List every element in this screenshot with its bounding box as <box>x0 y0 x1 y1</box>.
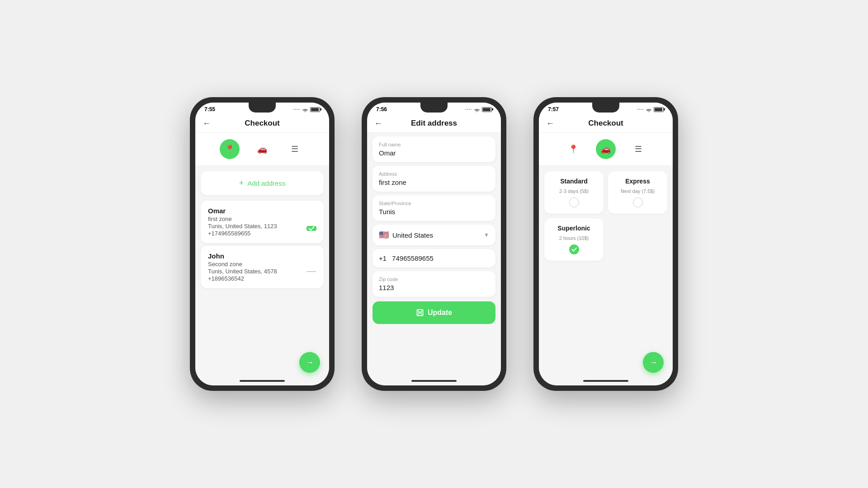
tab-menu-1[interactable]: ☰ <box>285 139 305 159</box>
update-button[interactable]: Update <box>373 301 495 324</box>
time-3: 7:57 <box>548 106 559 113</box>
checkbox-1[interactable] <box>307 226 316 236</box>
add-address-label: Add address <box>247 179 285 187</box>
address-card-1[interactable]: Omar first zone Tunis, United States, 11… <box>201 201 324 243</box>
full-name-value: Omar <box>379 149 489 157</box>
tab-menu-3[interactable]: ☰ <box>628 139 648 159</box>
tab-bar-3: 📍 🚗 ☰ <box>539 133 673 166</box>
phones-container: 7:55 ···· ← Checkout <box>190 97 678 391</box>
phone-3-screen: 7:57 ···· ← Checkout <box>539 103 673 385</box>
full-name-label: Full name <box>379 142 489 147</box>
tab-delivery-1[interactable]: 🚗 <box>252 139 272 159</box>
address-name-2: John <box>208 252 316 260</box>
back-button-3[interactable]: ← <box>546 119 554 128</box>
signal-dots-3: ···· <box>637 107 644 112</box>
address-city-1: Tunis, United States, 1123 <box>208 223 316 230</box>
plus-icon: + <box>239 178 244 188</box>
home-indicator-3 <box>583 380 628 382</box>
dropdown-arrow-icon: ▼ <box>484 232 489 238</box>
checkbox-unchecked-2 <box>307 271 316 272</box>
country-field[interactable]: 🇺🇸 United States ▼ <box>373 225 495 245</box>
wifi-icon-3 <box>646 107 652 112</box>
delivery-superlonic-time: 2 hours (10$) <box>559 235 589 241</box>
fab-3[interactable]: → <box>643 352 664 373</box>
address-field[interactable]: Address first zone <box>373 166 495 192</box>
title-2: Edit address <box>411 119 457 128</box>
address-phone-1: +174965589655 <box>208 230 316 237</box>
screen-content-2: Full name Omar Address first zone State/… <box>367 133 501 385</box>
phone-2: 7:56 ···· ← Edit address <box>362 97 506 391</box>
tab-location-1[interactable]: 📍 <box>220 139 240 159</box>
phone-3: 7:57 ···· ← Checkout <box>533 97 678 391</box>
wifi-icon-2 <box>474 107 480 112</box>
us-flag-icon: 🇺🇸 <box>379 230 389 240</box>
back-button-2[interactable]: ← <box>374 119 382 128</box>
signal-dots-2: ···· <box>465 107 472 112</box>
delivery-card-superlonic[interactable]: Superlonic 2 hours (10$) <box>544 218 604 261</box>
address-city-2: Tunis, United States, 4578 <box>208 268 316 275</box>
time-1: 7:55 <box>204 106 215 113</box>
delivery-card-standard[interactable]: Standard 2-3 days (5$) <box>544 171 604 214</box>
status-icons-1: ···· <box>293 107 320 112</box>
state-value: Tunis <box>379 208 489 216</box>
phone-1-screen: 7:55 ···· ← Checkout <box>195 103 329 385</box>
phone-1: 7:55 ···· ← Checkout <box>190 97 335 391</box>
delivery-standard-name: Standard <box>560 178 588 185</box>
address-zone-2: Second zone <box>208 261 316 267</box>
save-icon <box>416 309 424 317</box>
address-phone-2: +1896536542 <box>208 275 316 282</box>
signal-dots-1: ···· <box>293 107 300 112</box>
title-3: Checkout <box>588 119 623 128</box>
fab-1[interactable]: → <box>299 352 320 373</box>
zip-value: 1123 <box>379 284 489 291</box>
add-address-button[interactable]: + Add address <box>201 171 324 195</box>
zip-field[interactable]: Zip code 1123 <box>373 271 495 297</box>
notch-2 <box>420 103 448 113</box>
address-zone-1: first zone <box>208 216 316 222</box>
battery-icon-3 <box>654 107 664 112</box>
battery-icon-2 <box>482 107 492 112</box>
checkbox-2[interactable] <box>307 271 316 281</box>
delivery-express-name: Express <box>625 178 650 185</box>
home-indicator-1 <box>240 380 285 382</box>
title-1: Checkout <box>245 119 279 128</box>
zip-label: Zip code <box>379 277 489 282</box>
address-label: Address <box>379 171 489 177</box>
header-1: ← Checkout <box>195 114 329 133</box>
wifi-icon-1 <box>302 107 308 112</box>
svg-rect-2 <box>418 313 422 315</box>
home-indicator-2 <box>411 380 457 382</box>
full-name-field[interactable]: Full name Omar <box>373 136 495 162</box>
state-field[interactable]: State/Province Tunis <box>373 195 495 221</box>
radio-express[interactable] <box>633 197 643 207</box>
phone-code: +1 <box>379 254 387 262</box>
phone-number-value: 74965589655 <box>392 254 434 262</box>
radio-superlonic[interactable] <box>569 244 579 254</box>
header-2: ← Edit address <box>367 114 501 133</box>
time-2: 7:56 <box>376 106 387 113</box>
status-icons-3: ···· <box>637 107 664 112</box>
tab-location-3[interactable]: 📍 <box>563 139 583 159</box>
svg-rect-1 <box>418 310 422 312</box>
delivery-grid: Standard 2-3 days (5$) Express Next day … <box>544 171 667 261</box>
notch-3 <box>592 103 619 113</box>
status-icons-2: ···· <box>465 107 492 112</box>
country-name: United States <box>392 231 480 239</box>
update-label: Update <box>428 309 452 317</box>
battery-icon-1 <box>310 107 320 112</box>
radio-standard[interactable] <box>569 197 579 207</box>
phone-input-field[interactable]: +1 74965589655 <box>373 249 495 267</box>
state-label: State/Province <box>379 201 489 206</box>
tab-bar-1: 📍 🚗 ☰ <box>195 133 329 166</box>
delivery-standard-time: 2-3 days (5$) <box>559 188 589 194</box>
tab-delivery-3[interactable]: 🚗 <box>596 139 616 159</box>
notch-1 <box>249 103 276 113</box>
address-card-2[interactable]: John Second zone Tunis, United States, 4… <box>201 246 324 288</box>
back-button-1[interactable]: ← <box>203 119 211 128</box>
delivery-express-time: Next day (7.5$) <box>621 188 655 194</box>
delivery-superlonic-name: Superlonic <box>557 225 590 232</box>
delivery-card-express[interactable]: Express Next day (7.5$) <box>608 171 667 214</box>
address-name-1: Omar <box>208 207 316 215</box>
header-3: ← Checkout <box>539 114 673 133</box>
phone-2-screen: 7:56 ···· ← Edit address <box>367 103 501 385</box>
